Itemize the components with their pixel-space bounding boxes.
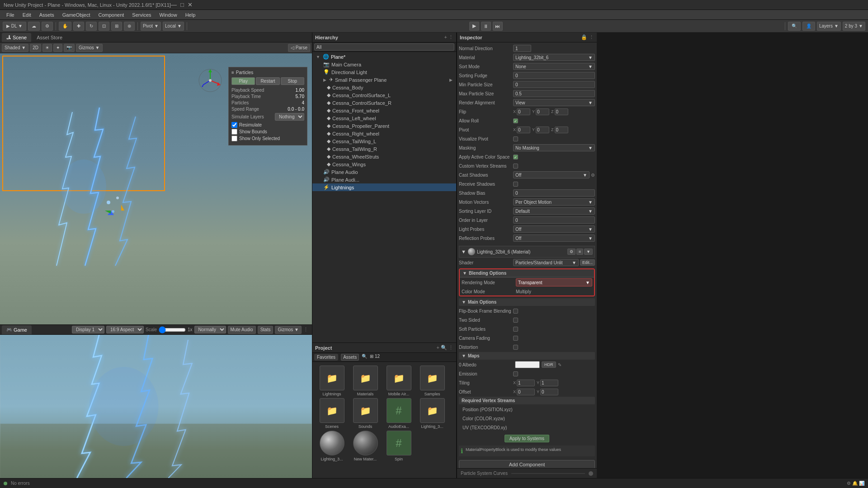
tiling-y-input[interactable] [540, 380, 558, 386]
minimize-btn[interactable]: — [171, 1, 177, 8]
sorting-fudge-input[interactable] [513, 72, 595, 79]
collab-btn[interactable]: ⚙ [42, 22, 53, 31]
sort-mode-dropdown[interactable]: None ▼ [513, 63, 595, 70]
hierarchy-item-plane-obj[interactable]: ▶ ✈ Small Passenger Plane ▶ [312, 76, 456, 84]
asset-lighting3-folder[interactable]: 📁 Lighting_3... [416, 398, 448, 429]
search-btn[interactable]: 🔍 [788, 22, 801, 31]
menu-window[interactable]: Window [156, 11, 181, 19]
offset-y-input[interactable] [540, 389, 558, 395]
emission-checkbox[interactable] [513, 371, 518, 376]
project-search-icon-btn[interactable]: 🔍 [362, 354, 367, 361]
albedo-picker-icon[interactable]: ✎ [558, 362, 561, 367]
hierarchy-item-light[interactable]: 💡 Directional Light [312, 68, 456, 76]
hierarchy-more-btn[interactable]: ⋮ [448, 34, 453, 40]
asset-audio-exa[interactable]: # AudioExa... [383, 398, 415, 429]
scene-camera-btn[interactable]: 📷 [64, 44, 75, 52]
project-tab-favorites[interactable]: Favorites [314, 354, 338, 361]
transform-tool[interactable]: ⊛ [124, 22, 135, 31]
material-gear-btn[interactable]: ⚙ [567, 249, 576, 255]
material-more-btn[interactable]: ▼ [584, 249, 593, 255]
cast-shadows-gear[interactable]: ⚙ [591, 173, 595, 178]
hierarchy-item-wings[interactable]: ◆ Cessna_Wings [312, 160, 456, 168]
apply-color-checkbox[interactable] [513, 155, 518, 160]
show-bounds-checkbox[interactable] [231, 129, 237, 135]
show-only-selected-checkbox[interactable] [231, 136, 237, 141]
blending-header[interactable]: ▼ Blending Options [460, 269, 594, 277]
project-search-btn[interactable]: 🔍 [441, 345, 447, 351]
2d-btn[interactable]: 2D [30, 44, 41, 52]
game-more-btn[interactable]: ⋮ [303, 327, 308, 333]
hierarchy-item-plane-audi2[interactable]: 🔊 Plane Audi... [312, 176, 456, 183]
tab-scene[interactable]: 🏞 Scene [2, 33, 31, 42]
main-options-header[interactable]: ▼ Main Options [459, 298, 595, 306]
soft-particles-checkbox[interactable] [513, 327, 518, 332]
add-component-btn[interactable]: Add Component [459, 460, 595, 468]
pause-btn[interactable]: ⏸ [481, 22, 491, 31]
aspect-dropdown[interactable]: 16:9 Aspect [106, 326, 144, 333]
resimulate-checkbox[interactable] [231, 122, 237, 128]
inspector-lock-btn[interactable]: 🔒 [581, 34, 587, 40]
step-btn[interactable]: ⏭ [493, 22, 503, 31]
hierarchy-item-left-wheel[interactable]: ◆ Cessna_Left_wheel [312, 114, 456, 122]
flip-x-input[interactable] [517, 108, 530, 115]
tab-asset-store[interactable]: Asset Store [32, 33, 67, 42]
account-btn[interactable]: 👤 [802, 22, 815, 31]
project-add-btn[interactable]: + [437, 345, 439, 351]
fx-btn[interactable]: ✦ [53, 44, 62, 52]
max-size-input[interactable] [513, 90, 595, 97]
receive-shadows-checkbox[interactable] [513, 182, 518, 187]
play-btn[interactable]: ▶ [469, 22, 479, 31]
rendering-mode-dropdown[interactable]: Transparent ▼ [516, 278, 592, 286]
rotate-tool[interactable]: ↻ [86, 22, 97, 31]
project-search-field[interactable]: Assets [341, 354, 359, 361]
maximize-btn[interactable]: □ [180, 1, 184, 8]
layout-dropdown[interactable]: 2 by 3 ▼ [843, 22, 865, 31]
shadow-bias-input[interactable] [513, 189, 595, 197]
asset-samples[interactable]: 📁 Samples [416, 366, 448, 396]
asset-scenes[interactable]: 📁 Scenes [316, 398, 348, 429]
hierarchy-item-plane[interactable]: ▼ 🌐 Plane* [312, 53, 456, 61]
two-sided-checkbox[interactable] [513, 318, 518, 323]
render-align-dropdown[interactable]: View ▼ [513, 99, 595, 106]
hdr-btn[interactable]: HDR [542, 361, 556, 368]
flip-z-input[interactable] [555, 108, 568, 115]
apply-to-systems-btn[interactable]: Apply to Systems [505, 435, 549, 442]
asset-lightnings[interactable]: 📁 Lightnings [316, 366, 348, 396]
normal-dir-input[interactable] [513, 45, 531, 52]
hierarchy-item-body[interactable]: ◆ Cessna_Body [312, 84, 456, 91]
game-content[interactable] [0, 335, 312, 478]
particles-play-btn[interactable]: Play [231, 77, 255, 85]
simulate-layers-dropdown[interactable]: Nothing [275, 113, 304, 121]
scale-slider[interactable] [159, 326, 186, 333]
local-dropdown[interactable]: Local ▼ [163, 22, 184, 31]
maps-header[interactable]: ▼ Maps [459, 352, 595, 360]
gizmos-btn[interactable]: Gizmos ▼ [76, 44, 103, 52]
sorting-layer-dropdown[interactable]: Default ▼ [513, 207, 595, 215]
hierarchy-item-front-wheel[interactable]: ◆ Cessna_Front_wheel [312, 107, 456, 114]
shaded-btn[interactable]: Shaded ▼ [2, 44, 28, 52]
pivot-y-input[interactable] [536, 127, 549, 133]
curves-dot[interactable] [589, 471, 593, 476]
gizmos-game-btn[interactable]: Gizmos ▼ [275, 326, 302, 334]
menu-component[interactable]: Component [94, 11, 127, 19]
status-right-icons[interactable]: ⚙ 🔔 📊 [847, 481, 864, 486]
allow-roll-checkbox[interactable] [513, 118, 518, 123]
scene-content[interactable]: ≡ Particles Play Restart Stop Playback S… [0, 53, 312, 324]
hierarchy-search-input[interactable] [314, 43, 454, 51]
plane-expand-arrow[interactable]: ▼ [316, 55, 320, 59]
parse-btn[interactable]: ◁ Parse [288, 44, 310, 52]
hierarchy-add-btn[interactable]: + [444, 34, 447, 40]
light-probes-dropdown[interactable]: Off ▼ [513, 225, 595, 233]
cast-shadows-dropdown[interactable]: Off ▼ [513, 171, 590, 178]
display-dropdown[interactable]: Display 1 [72, 326, 104, 333]
hand-tool[interactable]: ✋ [59, 22, 71, 31]
menu-services[interactable]: Services [128, 11, 155, 19]
hierarchy-item-lightnings[interactable]: ⚡ Lightnings [312, 183, 456, 191]
distortion-checkbox[interactable] [513, 345, 518, 350]
pivot-dropdown[interactable]: Pivot ▼ [141, 22, 161, 31]
particles-restart-btn[interactable]: Restart [256, 77, 279, 85]
shader-dropdown[interactable]: Particles/Standard Unlit ▼ [513, 259, 579, 266]
flip-y-input[interactable] [536, 108, 549, 115]
asset-spin[interactable]: # Spin [383, 431, 415, 461]
material-dropdown[interactable]: Lighting_32bit_6 ▼ [513, 54, 595, 61]
